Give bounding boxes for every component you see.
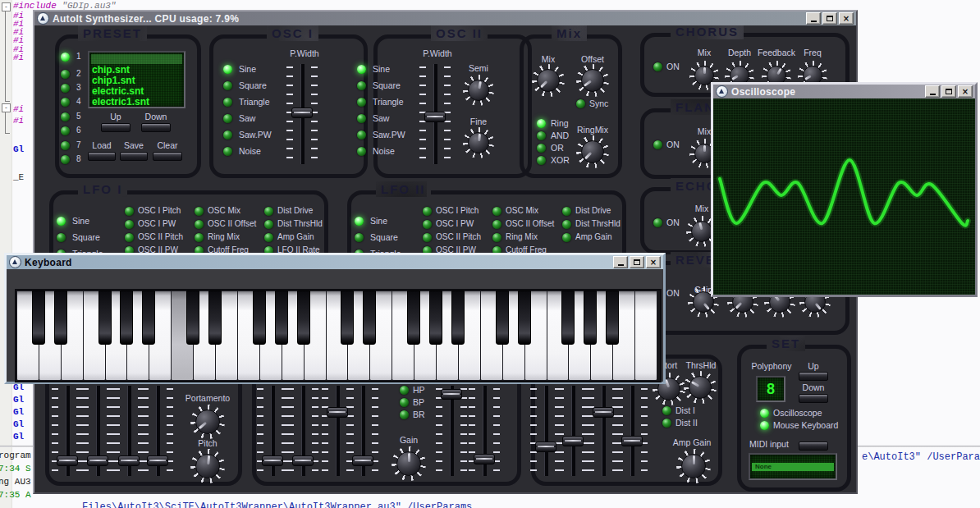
osc2-wave-square-radio[interactable]	[357, 81, 366, 90]
set-mouse-keyboard-toggle[interactable]	[760, 421, 769, 430]
osc1-wave-saw.pw-radio[interactable]	[223, 130, 232, 140]
preset-up-button[interactable]	[101, 123, 131, 132]
piano-white-key[interactable]	[634, 291, 657, 381]
filter-gain-knob[interactable]	[396, 451, 421, 476]
close-button[interactable]: ×	[839, 12, 854, 25]
filter-band-br-radio[interactable]	[400, 410, 409, 419]
piano-black-key[interactable]	[208, 291, 222, 345]
lfo2-route-led[interactable]	[562, 207, 571, 216]
lfo2-route-led[interactable]	[423, 220, 432, 229]
piano-black-key[interactable]	[584, 291, 597, 345]
osc1-wave-noise-radio[interactable]	[223, 147, 232, 156]
minimize-button[interactable]	[613, 256, 628, 268]
preset-down-button[interactable]	[141, 123, 171, 132]
close-button[interactable]: ×	[958, 85, 973, 98]
osc2-semi-knob[interactable]	[468, 80, 489, 101]
preset-file-name[interactable]: electric1.snt	[92, 96, 181, 108]
piano-black-key[interactable]	[142, 291, 155, 345]
lfo2-route-led[interactable]	[492, 207, 501, 216]
keyboard-titlebar[interactable]: Keyboard ×	[7, 255, 663, 269]
maximize-button[interactable]	[941, 85, 956, 98]
lfo1-route-led[interactable]	[264, 233, 273, 242]
piano-black-key[interactable]	[297, 291, 310, 345]
lfo1-wave-sine-radio[interactable]	[57, 217, 66, 226]
filter-slider-2[interactable]	[292, 455, 314, 466]
piano-black-key[interactable]	[496, 291, 509, 345]
lfo2-wave-sine-radio[interactable]	[355, 217, 364, 226]
preset-file-name[interactable]: electric.snt	[92, 85, 181, 97]
portamento-knob[interactable]	[195, 410, 220, 434]
dist-env-slider-4[interactable]	[621, 436, 643, 446]
lfo2-route-led[interactable]	[562, 233, 571, 242]
oscilloscope-titlebar[interactable]: Oscilloscope ×	[713, 85, 975, 98]
preset-slot-7-radio[interactable]	[61, 141, 70, 150]
thrshld-knob[interactable]	[689, 376, 712, 399]
lfo1-route-led[interactable]	[264, 220, 273, 229]
mix-mode-and-radio[interactable]	[537, 131, 546, 140]
midi-selected-row[interactable]: None	[752, 463, 834, 471]
lfo1-route-led[interactable]	[195, 220, 204, 229]
dist-2-toggle[interactable]	[662, 419, 671, 428]
set-up-button[interactable]	[799, 372, 828, 381]
piano-black-key[interactable]	[518, 291, 531, 345]
preset-list-display[interactable]: chip.sntchip1.sntelectric.sntelectric1.s…	[88, 51, 185, 108]
piano-black-key[interactable]	[561, 291, 575, 345]
filter-slider-6[interactable]	[474, 454, 495, 465]
osc1-wave-triangle-radio[interactable]	[223, 98, 232, 107]
piano-black-key[interactable]	[451, 291, 465, 345]
filter-band-hp-radio[interactable]	[400, 386, 409, 395]
minimize-button[interactable]	[806, 12, 821, 25]
lfo2-wave-square-radio[interactable]	[355, 233, 364, 242]
maximize-button[interactable]	[630, 256, 644, 268]
piano-black-key[interactable]	[253, 291, 266, 345]
lfo2-route-led[interactable]	[492, 233, 501, 242]
preset-slot-1-radio[interactable]	[61, 53, 70, 62]
preset-file-name[interactable]: chip.snt	[92, 64, 181, 76]
piano-black-key[interactable]	[341, 291, 354, 345]
amp-env-slider-2[interactable]	[87, 455, 108, 466]
piano-black-key[interactable]	[98, 291, 112, 345]
lfo1-wave-square-radio[interactable]	[57, 233, 66, 242]
flanger-on-led[interactable]	[653, 140, 662, 149]
minimize-button[interactable]	[925, 85, 940, 98]
dist-env-slider-1[interactable]	[535, 442, 556, 452]
filter-slider-4[interactable]	[352, 455, 373, 466]
piano-black-key[interactable]	[606, 291, 619, 345]
preset-slot-3-radio[interactable]	[61, 84, 70, 93]
mix-mode-ring-radio[interactable]	[537, 119, 546, 128]
lfo1-route-led[interactable]	[195, 233, 204, 242]
set-oscilloscope-toggle[interactable]	[760, 409, 769, 418]
osc1-pwidth-slider[interactable]	[291, 108, 313, 118]
mix-mix-knob[interactable]	[537, 69, 560, 92]
preset-clear-button[interactable]	[153, 152, 182, 161]
lfo1-route-led[interactable]	[125, 220, 134, 229]
fold-toggle-icon[interactable]: -	[2, 2, 11, 11]
preset-save-button[interactable]	[120, 152, 148, 161]
osc2-fine-knob[interactable]	[468, 132, 489, 153]
piano-black-key[interactable]	[120, 291, 133, 345]
lfo1-route-led[interactable]	[264, 207, 273, 216]
lfo1-route-led[interactable]	[125, 207, 134, 216]
preset-slot-2-radio[interactable]	[61, 70, 70, 79]
midi-input-button[interactable]	[799, 442, 828, 451]
piano-black-key[interactable]	[275, 291, 288, 345]
lfo2-route-led[interactable]	[492, 220, 501, 229]
pitch-knob[interactable]	[195, 454, 220, 478]
mix-mode-xor-radio[interactable]	[537, 156, 546, 165]
dist-env-slider-2[interactable]	[562, 436, 584, 446]
mix-mode-or-radio[interactable]	[537, 144, 546, 153]
fold-toggle-icon[interactable]: -	[2, 103, 11, 112]
osc2-wave-saw-radio[interactable]	[357, 114, 366, 123]
mix-sync-led[interactable]	[576, 99, 585, 108]
preset-slot-6-radio[interactable]	[61, 126, 70, 135]
midi-input-list[interactable]: None	[749, 453, 837, 480]
synthesizer-titlebar[interactable]: AutoIt Synthesizer... CPU usage: 7.9% ×	[34, 11, 856, 25]
preset-slot-4-radio[interactable]	[61, 98, 70, 107]
chorus-on-led[interactable]	[653, 62, 662, 71]
piano-black-key[interactable]	[363, 291, 376, 345]
osc2-pwidth-slider[interactable]	[424, 112, 446, 122]
lfo1-route-led[interactable]	[125, 233, 134, 242]
dist-1-toggle[interactable]	[662, 406, 671, 415]
set-down-button[interactable]	[799, 394, 828, 403]
osc1-wave-saw-radio[interactable]	[223, 114, 232, 123]
